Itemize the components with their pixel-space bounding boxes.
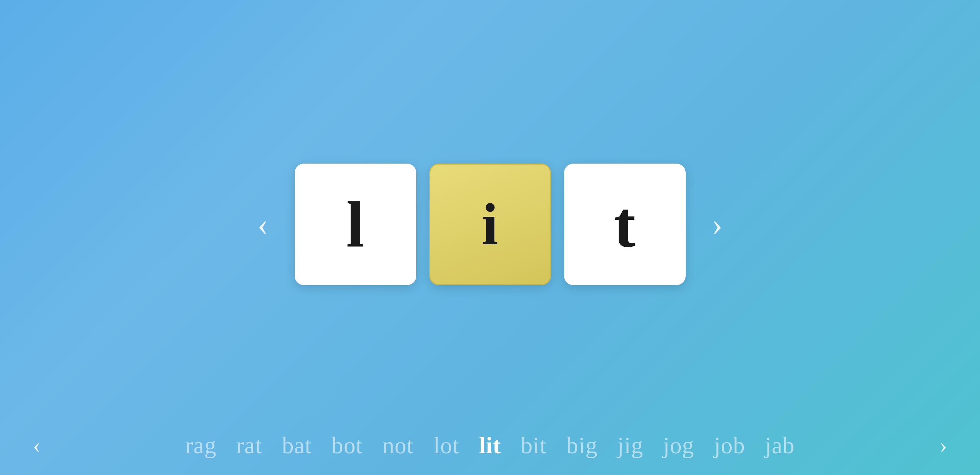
word-bit[interactable]: bit bbox=[521, 432, 547, 459]
card-center[interactable]: i bbox=[430, 164, 551, 285]
word-jog[interactable]: jog bbox=[663, 432, 694, 459]
word-bat[interactable]: bat bbox=[282, 432, 312, 459]
prev-card-arrow[interactable]: ‹ bbox=[244, 201, 281, 247]
card-right[interactable]: t bbox=[564, 164, 686, 285]
main-area: ‹ l i t › bbox=[0, 0, 980, 475]
card-left[interactable]: l bbox=[295, 164, 416, 285]
next-card-arrow[interactable]: › bbox=[699, 201, 736, 247]
card-center-letter: i bbox=[482, 195, 498, 254]
word-list: rag rat bat bot not lot lit bit big jig … bbox=[54, 432, 926, 459]
bottom-bar: ‹ rag rat bat bot not lot lit bit big ji… bbox=[0, 416, 980, 475]
word-job[interactable]: job bbox=[714, 432, 745, 459]
card-right-letter: t bbox=[614, 192, 636, 257]
word-rat[interactable]: rat bbox=[236, 432, 262, 459]
word-not[interactable]: not bbox=[382, 432, 414, 459]
word-list-next-arrow[interactable]: › bbox=[926, 432, 960, 459]
word-big[interactable]: big bbox=[566, 432, 598, 459]
word-list-prev-arrow[interactable]: ‹ bbox=[20, 432, 54, 459]
card-left-letter: l bbox=[346, 192, 365, 257]
card-row: ‹ l i t › bbox=[244, 164, 736, 285]
word-bot[interactable]: bot bbox=[331, 432, 363, 459]
word-rag[interactable]: rag bbox=[185, 432, 216, 459]
word-lot[interactable]: lot bbox=[433, 432, 459, 459]
word-lit[interactable]: lit bbox=[479, 432, 501, 459]
word-jab[interactable]: jab bbox=[765, 432, 795, 459]
word-jig[interactable]: jig bbox=[617, 432, 643, 459]
